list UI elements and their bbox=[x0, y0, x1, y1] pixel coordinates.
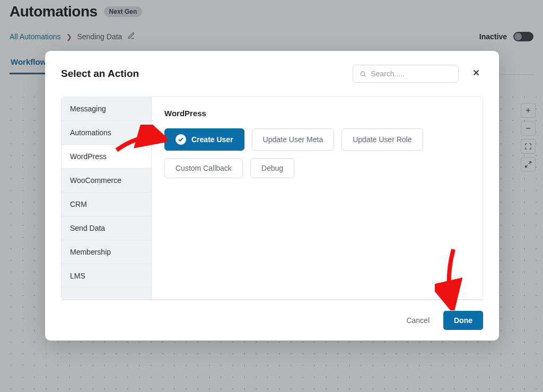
action-option-label: Custom Callback bbox=[176, 164, 232, 172]
modal-title: Select an Action bbox=[61, 68, 139, 80]
done-button[interactable]: Done bbox=[443, 311, 483, 330]
action-option-label: Create User bbox=[191, 135, 233, 144]
action-option-label: Update User Role bbox=[353, 135, 411, 144]
action-option[interactable]: Update User Meta bbox=[252, 128, 335, 151]
action-options: Create UserUpdate User MetaUpdate User R… bbox=[164, 128, 470, 178]
action-option[interactable]: Custom Callback bbox=[164, 158, 243, 178]
action-option[interactable]: Debug bbox=[250, 158, 294, 178]
search-input-wrapper[interactable] bbox=[353, 65, 459, 83]
category-item[interactable]: Send Data bbox=[62, 216, 151, 240]
category-item[interactable]: WordPress bbox=[62, 145, 151, 169]
svg-line-6 bbox=[364, 75, 365, 76]
category-item[interactable]: CRM bbox=[62, 193, 151, 216]
category-item[interactable]: WooCommerce bbox=[62, 169, 151, 193]
cancel-button[interactable]: Cancel bbox=[402, 313, 434, 328]
check-icon bbox=[176, 134, 186, 145]
search-input[interactable] bbox=[371, 69, 452, 78]
category-item[interactable]: Membership bbox=[62, 240, 151, 264]
category-item[interactable]: LMS bbox=[62, 264, 151, 288]
action-option-label: Debug bbox=[261, 164, 283, 172]
category-item[interactable]: Automations bbox=[62, 121, 151, 145]
category-list: MessagingAutomationsWordPressWooCommerce… bbox=[62, 97, 152, 299]
search-icon bbox=[360, 70, 366, 78]
select-action-modal: Select an Action MessagingAutomationsWor… bbox=[45, 51, 499, 341]
svg-point-5 bbox=[361, 72, 365, 76]
category-item[interactable]: Messaging bbox=[62, 97, 151, 121]
action-option[interactable]: Create User bbox=[164, 128, 244, 151]
action-option-label: Update User Meta bbox=[263, 135, 323, 144]
action-option[interactable]: Update User Role bbox=[341, 128, 423, 151]
action-section-heading: WordPress bbox=[164, 109, 470, 118]
close-icon bbox=[471, 68, 481, 77]
close-button[interactable] bbox=[469, 66, 483, 82]
